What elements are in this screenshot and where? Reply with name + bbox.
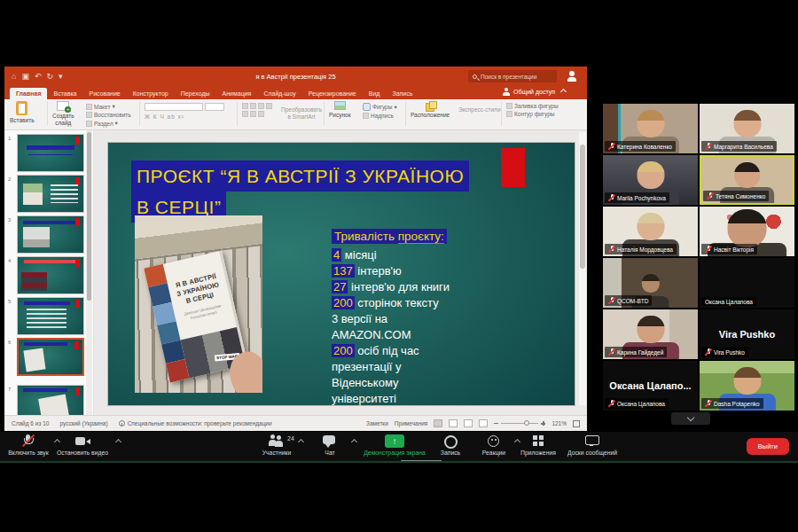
font-name-input[interactable] [145, 103, 203, 111]
whiteboard-button[interactable]: Доски сообщений [557, 434, 628, 456]
participant-tile[interactable]: Mariia Pochynkova [603, 155, 698, 205]
participants-count-badge: 24 [287, 435, 294, 442]
share-document-button[interactable]: Общий доступ [503, 88, 566, 96]
fit-to-window-icon[interactable] [573, 420, 580, 427]
tab-view[interactable]: Вид [363, 88, 387, 99]
slideshow-view-button[interactable] [479, 419, 488, 427]
save-icon[interactable]: ▣ [21, 72, 29, 81]
shapes-button[interactable]: Фигуры▾ [363, 103, 397, 111]
participant-tile-active-speaker[interactable]: Тетяна Симоненко [700, 155, 794, 205]
reset-button[interactable]: Восстановить [86, 112, 131, 118]
participant-tile[interactable]: Наталія Мордовцева [603, 207, 698, 256]
tab-record[interactable]: Запись [386, 88, 419, 99]
slide-thumbnail-5[interactable]: 5 [4, 297, 94, 335]
collapse-ribbon-icon[interactable] [560, 89, 567, 95]
picture-button[interactable]: Рисунок [329, 101, 351, 128]
search-icon [473, 74, 477, 79]
comments-toggle[interactable]: Примечания [395, 420, 428, 426]
slide-thumbnail-4[interactable]: 4 [4, 256, 94, 294]
participant-tile[interactable]: Dasha Potapenko [700, 361, 794, 411]
slide-thumbnail-panel: 1 2 3 4 5 6 7 [4, 130, 94, 415]
muted-mic-icon [707, 192, 713, 200]
zoom-slider-thumb[interactable] [524, 420, 529, 426]
quick-styles-button[interactable]: Экспресс-стили [458, 106, 501, 133]
participant-tile[interactable]: Карина Гайдедей [603, 309, 698, 359]
slide-title[interactable]: ПРОЄКТ “Я В АВСТРІЇ З УКРАЇНОЮ В СЕРЦІ” [131, 160, 469, 223]
shapes-icon [363, 103, 371, 111]
slide-sorter-view-button[interactable] [449, 419, 458, 427]
apps-icon [529, 434, 547, 448]
tab-insert[interactable]: Вставка [47, 88, 82, 99]
zoom-in-icon[interactable] [541, 421, 545, 426]
powerpoint-window: ⌂ ▣ ↶ ↻ ▾ я в Австрії презентація 25 Пои… [4, 66, 587, 431]
participant-tile[interactable]: QCOM-BTD [603, 258, 698, 308]
accessibility-icon [119, 420, 125, 426]
participant-tile-video-off[interactable]: Оксана Цалапова [700, 258, 794, 308]
participant-tile-video-off[interactable]: Оксана Цалапо... Оксана Цалапова [603, 361, 698, 411]
textbox-button[interactable]: Надпись [363, 113, 397, 119]
toolbar-progress-strip [401, 460, 442, 462]
participant-tile[interactable]: Маргарита Васильева [700, 104, 794, 153]
shape-fill-button[interactable]: Заливка фигуры [506, 103, 559, 109]
participant-tile[interactable]: Катерина Коваленко [603, 104, 698, 153]
search-input[interactable]: Поиск в презентации [468, 70, 557, 82]
zoom-out-icon[interactable] [494, 423, 498, 425]
shape-outline-button[interactable]: Контур фигуры [506, 111, 559, 117]
canvas-scrollbar[interactable] [579, 132, 586, 405]
reading-view-button[interactable] [464, 419, 473, 427]
book-photo[interactable]: Я В АВСТРІЇ З УКРАЇНОЮ В СЕРЦІ Zentrum U… [135, 215, 262, 393]
layout-button[interactable]: Макет▾ [86, 103, 131, 110]
red-accent-rectangle[interactable] [501, 148, 525, 187]
font-style-buttons[interactable]: Ж К Ч ab x² [145, 113, 224, 120]
paste-button[interactable]: Вставить [10, 101, 35, 123]
redo-icon[interactable]: ↻ [47, 72, 54, 81]
notes-toggle[interactable]: Заметки [366, 420, 388, 426]
muted-mic-icon [705, 246, 711, 254]
section-button[interactable]: Раздел▾ [86, 120, 131, 127]
leave-meeting-button[interactable]: Выйти [747, 438, 789, 455]
coauthor-icon[interactable] [566, 70, 578, 82]
tab-draw[interactable]: Рисование [83, 88, 127, 99]
stop-video-button[interactable]: Остановить видео [47, 434, 118, 456]
paragraph-group [242, 101, 272, 128]
thumbnail-scrollbar[interactable] [86, 130, 92, 415]
tab-animations[interactable]: Анимация [216, 88, 258, 99]
tab-review[interactable]: Рецензирование [302, 88, 363, 99]
slide-thumbnail-6-selected[interactable]: 6 [4, 338, 94, 376]
tab-design[interactable]: Конструктор [127, 88, 175, 99]
convert-smartart-button[interactable]: Преобразоватьв SmartArt [281, 106, 322, 133]
zoom-toolbar: Включить звук Остановить видео 24 Участн… [0, 432, 798, 462]
muted-mic-icon [608, 246, 614, 254]
arrange-button[interactable]: Расположение [411, 101, 450, 128]
new-slide-button[interactable]: Создатьслайд [52, 101, 74, 128]
participant-tile[interactable]: Насвіт Вікторія [700, 207, 794, 256]
zoom-percentage[interactable]: 121% [552, 420, 567, 426]
add-person-icon [503, 88, 511, 96]
normal-view-button[interactable] [434, 419, 442, 427]
chat-button[interactable]: Чат [294, 434, 365, 456]
undo-icon[interactable]: ↶ [35, 72, 42, 81]
slide-thumbnail-1[interactable]: 1 [4, 134, 94, 172]
language-indicator[interactable]: русский (Украина) [59, 420, 107, 426]
zoom-slider[interactable] [494, 421, 545, 426]
home-icon[interactable]: ⌂ [12, 72, 16, 81]
powerpoint-titlebar: ⌂ ▣ ↶ ↻ ▾ я в Австрії презентація 25 Пои… [4, 66, 587, 86]
tab-transitions[interactable]: Переходы [175, 88, 216, 99]
participant-tile-video-off[interactable]: Vira Pushko Vira Pushko [700, 309, 794, 359]
picture-icon [334, 101, 346, 110]
arrange-icon [426, 101, 435, 110]
slide-body-text[interactable]: Тривалість проєкту: 4 місяці 137 інтерв'… [332, 228, 569, 405]
font-size-input[interactable] [205, 103, 224, 111]
participants-icon: 24 [268, 434, 286, 448]
slide-thumbnail-3[interactable]: 3 [4, 215, 94, 254]
qat-dropdown-icon[interactable]: ▾ [59, 72, 63, 81]
quick-access-toolbar: ⌂ ▣ ↶ ↻ ▾ [12, 72, 63, 81]
record-icon [442, 434, 459, 448]
accessibility-check[interactable]: Специальные возможности: проверьте реком… [119, 420, 272, 426]
slide-thumbnail-2[interactable]: 2 [4, 175, 94, 213]
outline-icon [506, 111, 512, 117]
more-participants-button[interactable] [671, 412, 710, 425]
tab-slideshow[interactable]: Слайд-шоу [257, 88, 301, 99]
shape-format-group: Заливка фигуры Контур фигуры [506, 101, 559, 128]
tab-home[interactable]: Главная [10, 88, 47, 99]
